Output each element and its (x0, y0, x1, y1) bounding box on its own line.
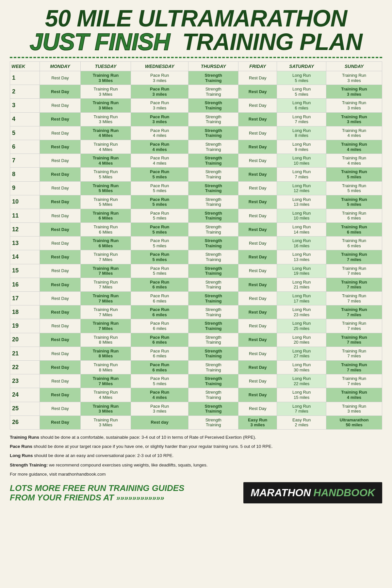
marathon-text: MARATHON (251, 487, 311, 499)
footer-line1: LOTS MORE FREE RUN TRAINING GUIDES (10, 483, 237, 493)
week-number: 18 (10, 305, 40, 319)
table-row: 15Rest DayTraining Run7 MilesPace Run5 m… (10, 264, 382, 278)
cell-sat: Long Run5 miles (277, 85, 326, 99)
cell-mon: Rest Day (40, 402, 80, 416)
cell-sun: Training Run5 miles (326, 168, 382, 181)
cell-sun: Training Run7 miles (326, 319, 382, 333)
cell-sun: Ultramarathon50 miles (326, 416, 382, 429)
cell-thu: StrengthTraining (188, 112, 238, 126)
cell-sat: Long Run27 miles (277, 347, 326, 360)
cell-sat: Long Run5 miles (277, 71, 326, 85)
cell-sat: Long Run30 miles (277, 360, 326, 374)
cell-mon: Rest Day (40, 278, 80, 291)
cell-thu: StrengthTraining (188, 154, 238, 168)
cell-thu: StrengthTraining (188, 181, 238, 195)
col-monday: MONDAY (40, 62, 80, 71)
cell-fri: Rest Day (238, 195, 277, 209)
cell-tue: Training Run4 Miles (80, 388, 131, 402)
cell-mon: Rest Day (40, 237, 80, 250)
cell-mon: Rest Day (40, 112, 80, 126)
cell-tue: Training Run7 Miles (80, 374, 131, 388)
cell-fri: Rest Day (238, 278, 277, 291)
cell-wed: Pace Run5 miles (131, 374, 188, 388)
cell-sun: Training Run5 miles (326, 181, 382, 195)
cell-tue: Training Run6 Miles (80, 223, 131, 237)
cell-wed: Pace Run3 miles (131, 112, 188, 126)
table-row: 5Rest DayTraining Run4 MilesPace Run4 mi… (10, 126, 382, 140)
week-number: 24 (10, 388, 40, 402)
cell-tue: Training Run4 Miles (80, 140, 131, 154)
week-number: 6 (10, 140, 40, 154)
just-finish-text: JUST FINISH (30, 29, 170, 55)
cell-sun: Training Run7 miles (326, 360, 382, 374)
cell-sun: Training Run5 miles (326, 195, 382, 209)
cell-mon: Rest Day (40, 250, 80, 264)
cell-mon: Rest Day (40, 264, 80, 278)
cell-mon: Rest Day (40, 347, 80, 360)
cell-mon: Rest Day (40, 388, 80, 402)
cell-wed: Pace Run4 miles (131, 388, 188, 402)
table-row: 17Rest DayTraining Run7 MilesPace Run6 m… (10, 292, 382, 305)
cell-wed: Pace Run5 miles (131, 195, 188, 209)
cell-tue: Training Run6 Miles (80, 237, 131, 250)
cell-tue: Training Run3 Miles (80, 416, 131, 429)
cell-wed: Pace Run3 miles (131, 85, 188, 99)
cell-wed: Pace Run4 miles (131, 140, 188, 154)
cell-sun: Training Run3 miles (326, 71, 382, 85)
cell-tue: Training Run8 Miles (80, 360, 131, 374)
week-number: 9 (10, 181, 40, 195)
cell-sun: Training Run4 miles (326, 388, 382, 402)
cell-wed: Pace Run5 miles (131, 264, 188, 278)
cell-fri: Rest Day (238, 374, 277, 388)
cell-sat: Long Run21 miles (277, 278, 326, 291)
cell-tue: Training Run8 Miles (80, 333, 131, 347)
cell-wed: Pace Run3 miles (131, 71, 188, 85)
cell-fri: Rest Day (238, 319, 277, 333)
cell-mon: Rest Day (40, 181, 80, 195)
cell-fri: Rest Day (238, 181, 277, 195)
cell-wed: Pace Run6 miles (131, 347, 188, 360)
cell-fri: Rest Day (238, 140, 277, 154)
cell-sun: Training Run4 miles (326, 140, 382, 154)
week-number: 13 (10, 237, 40, 250)
cell-tue: Training Run4 Miles (80, 126, 131, 140)
cell-mon: Rest Day (40, 360, 80, 374)
cell-fri: Rest Day (238, 237, 277, 250)
cell-thu: StrengthTraining (188, 126, 238, 140)
cell-tue: Training Run3 Miles (80, 71, 131, 85)
week-number: 23 (10, 374, 40, 388)
cell-tue: Training Run8 Miles (80, 347, 131, 360)
cell-wed: Pace Run6 miles (131, 305, 188, 319)
cell-fri: Rest Day (238, 112, 277, 126)
cell-mon: Rest Day (40, 416, 80, 429)
title-line2: JUST FINISH TRAINING PLAN (10, 30, 382, 54)
cell-sat: Long Run16 miles (277, 237, 326, 250)
week-number: 20 (10, 333, 40, 347)
cell-thu: StrengthTraining (188, 333, 238, 347)
table-row: 10Rest DayTraining Run5 MilesPace Run5 m… (10, 195, 382, 209)
cell-sat: Long Run22 miles (277, 374, 326, 388)
cell-wed: Pace Run4 miles (131, 154, 188, 168)
cell-sat: Long Run7 miles (277, 112, 326, 126)
handbook-text: HANDBOOK (314, 487, 375, 499)
week-number: 1 (10, 71, 40, 85)
cell-sun: Training Run7 miles (326, 250, 382, 264)
cell-wed: Pace Run5 miles (131, 209, 188, 222)
cell-sat: Long Run25 miles (277, 319, 326, 333)
cell-mon: Rest Day (40, 126, 80, 140)
cell-sat: Long Run19 miles (277, 264, 326, 278)
week-number: 3 (10, 99, 40, 112)
cell-thu: StrengthTraining (188, 237, 238, 250)
cell-sun: Training Run6 miles (326, 209, 382, 222)
table-row: 8Rest DayTraining Run5 MilesPace Run5 mi… (10, 168, 382, 181)
cell-sat: Long Run14 miles (277, 223, 326, 237)
week-number: 8 (10, 168, 40, 181)
cell-fri: Easy Run3 miles (238, 416, 277, 429)
cell-fri: Rest Day (238, 154, 277, 168)
cell-sun: Training Run7 miles (326, 278, 382, 291)
week-number: 21 (10, 347, 40, 360)
table-row: 21Rest DayTraining Run8 MilesPace Run6 m… (10, 347, 382, 360)
cell-thu: StrengthTraining (188, 71, 238, 85)
title-line1: 50 MILE ULTRAMARATHON (10, 7, 382, 30)
arrows: »»»»»»»»»»»» (116, 494, 164, 502)
